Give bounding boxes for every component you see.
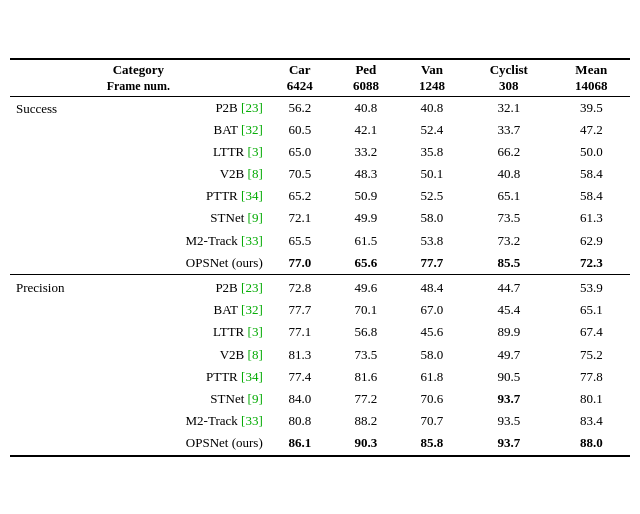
data-cell: 81.6 <box>333 366 399 388</box>
data-cell: 48.3 <box>333 163 399 185</box>
method-label: M2-Track [33] <box>115 410 267 432</box>
data-cell: 66.2 <box>465 141 552 163</box>
category-frame-header: CategoryFrame num. <box>10 59 267 97</box>
data-cell: 77.7 <box>399 252 465 275</box>
data-cell: 56.2 <box>267 96 333 119</box>
data-cell: 86.1 <box>267 432 333 455</box>
data-cell: 72.1 <box>267 207 333 229</box>
data-cell: 58.4 <box>553 185 630 207</box>
data-cell: 77.7 <box>267 299 333 321</box>
data-cell: 42.1 <box>333 119 399 141</box>
data-cell: 65.2 <box>267 185 333 207</box>
data-cell: 80.8 <box>267 410 333 432</box>
data-cell: 90.3 <box>333 432 399 455</box>
data-cell: 83.4 <box>553 410 630 432</box>
data-cell: 52.4 <box>399 119 465 141</box>
header-row: CategoryFrame num. Car6424 Ped6088 Van12… <box>10 59 630 97</box>
data-cell: 49.7 <box>465 344 552 366</box>
data-cell: 65.1 <box>465 185 552 207</box>
data-cell: 85.8 <box>399 432 465 455</box>
method-label: LTTR [3] <box>115 141 267 163</box>
method-label: STNet [9] <box>115 207 267 229</box>
data-cell: 93.5 <box>465 410 552 432</box>
method-label: PTTR [34] <box>115 366 267 388</box>
data-cell: 88.0 <box>553 432 630 455</box>
data-cell: 35.8 <box>399 141 465 163</box>
data-cell: 90.5 <box>465 366 552 388</box>
table-container: CategoryFrame num. Car6424 Ped6088 Van12… <box>10 58 630 457</box>
data-cell: 72.3 <box>553 252 630 275</box>
data-cell: 67.4 <box>553 321 630 343</box>
method-label: V2B [8] <box>115 344 267 366</box>
data-cell: 84.0 <box>267 388 333 410</box>
data-cell: 77.1 <box>267 321 333 343</box>
data-cell: 60.5 <box>267 119 333 141</box>
results-table: CategoryFrame num. Car6424 Ped6088 Van12… <box>10 58 630 457</box>
data-cell: 93.7 <box>465 388 552 410</box>
data-cell: 50.9 <box>333 185 399 207</box>
data-cell: 50.0 <box>553 141 630 163</box>
data-cell: 77.4 <box>267 366 333 388</box>
section-label: Success <box>10 96 115 275</box>
data-cell: 58.4 <box>553 163 630 185</box>
method-label: BAT [32] <box>115 119 267 141</box>
data-cell: 77.8 <box>553 366 630 388</box>
data-cell: 65.0 <box>267 141 333 163</box>
data-cell: 47.2 <box>553 119 630 141</box>
data-cell: 39.5 <box>553 96 630 119</box>
data-cell: 93.7 <box>465 432 552 455</box>
method-label: STNet [9] <box>115 388 267 410</box>
data-cell: 70.6 <box>399 388 465 410</box>
method-label: OPSNet (ours) <box>115 252 267 275</box>
col-header-cyclist: Cyclist308 <box>465 59 552 97</box>
data-cell: 58.0 <box>399 207 465 229</box>
data-cell: 77.2 <box>333 388 399 410</box>
col-header-van: Van1248 <box>399 59 465 97</box>
data-cell: 53.8 <box>399 230 465 252</box>
data-cell: 32.1 <box>465 96 552 119</box>
method-label: LTTR [3] <box>115 321 267 343</box>
section-label: Precision <box>10 275 115 456</box>
data-cell: 40.8 <box>399 96 465 119</box>
data-cell: 58.0 <box>399 344 465 366</box>
data-cell: 67.0 <box>399 299 465 321</box>
data-cell: 62.9 <box>553 230 630 252</box>
data-cell: 85.5 <box>465 252 552 275</box>
data-cell: 52.5 <box>399 185 465 207</box>
data-cell: 40.8 <box>333 96 399 119</box>
data-cell: 70.7 <box>399 410 465 432</box>
data-cell: 61.5 <box>333 230 399 252</box>
data-cell: 81.3 <box>267 344 333 366</box>
data-cell: 49.9 <box>333 207 399 229</box>
data-cell: 45.4 <box>465 299 552 321</box>
data-cell: 73.5 <box>333 344 399 366</box>
data-cell: 65.1 <box>553 299 630 321</box>
data-cell: 89.9 <box>465 321 552 343</box>
col-header-mean: Mean14068 <box>553 59 630 97</box>
data-cell: 56.8 <box>333 321 399 343</box>
data-cell: 49.6 <box>333 275 399 300</box>
data-cell: 40.8 <box>465 163 552 185</box>
data-cell: 61.8 <box>399 366 465 388</box>
data-cell: 72.8 <box>267 275 333 300</box>
data-cell: 33.7 <box>465 119 552 141</box>
data-cell: 65.6 <box>333 252 399 275</box>
data-cell: 45.6 <box>399 321 465 343</box>
data-cell: 50.1 <box>399 163 465 185</box>
data-cell: 53.9 <box>553 275 630 300</box>
method-label: OPSNet (ours) <box>115 432 267 455</box>
col-header-car: Car6424 <box>267 59 333 97</box>
data-cell: 65.5 <box>267 230 333 252</box>
method-label: PTTR [34] <box>115 185 267 207</box>
method-label: BAT [32] <box>115 299 267 321</box>
data-cell: 70.5 <box>267 163 333 185</box>
data-cell: 44.7 <box>465 275 552 300</box>
data-cell: 61.3 <box>553 207 630 229</box>
data-cell: 88.2 <box>333 410 399 432</box>
data-cell: 77.0 <box>267 252 333 275</box>
data-cell: 80.1 <box>553 388 630 410</box>
data-cell: 73.5 <box>465 207 552 229</box>
method-label: M2-Track [33] <box>115 230 267 252</box>
data-cell: 33.2 <box>333 141 399 163</box>
data-cell: 73.2 <box>465 230 552 252</box>
